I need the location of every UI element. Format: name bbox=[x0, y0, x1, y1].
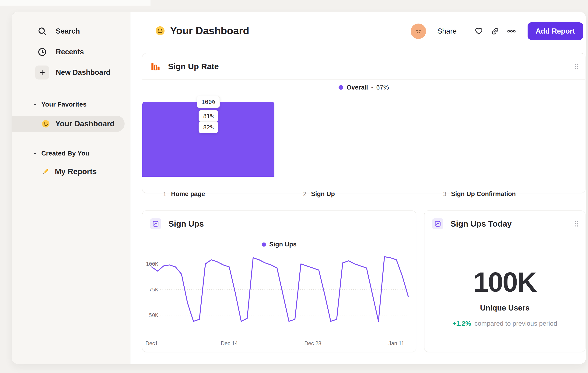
signup-rate-card: Sign Up Rate Overall • 67% 75%50%25%0% 1… bbox=[142, 53, 585, 193]
x-axis-tick: Dec1 bbox=[145, 340, 158, 347]
x-axis-tick: Dec 14 bbox=[221, 340, 238, 347]
sidebar: Search Recents New Dashboard Your Favori… bbox=[12, 12, 130, 364]
conversion-chip: 82% bbox=[199, 121, 218, 133]
step-name: Sign Up bbox=[311, 191, 335, 198]
card-title: Sign Up Rate bbox=[168, 62, 219, 71]
card-header: Sign Ups Today bbox=[424, 211, 585, 237]
line-chart-icon bbox=[434, 220, 441, 227]
delta-caption: compared to previous period bbox=[474, 320, 557, 327]
favorite-heart-button[interactable] bbox=[471, 27, 487, 36]
card-header: Sign Ups bbox=[142, 211, 416, 237]
page-title-group: Your Dashboard bbox=[155, 25, 249, 37]
line-chart-icon-tile bbox=[150, 218, 161, 229]
pencil-icon bbox=[41, 167, 50, 176]
link-icon bbox=[491, 27, 500, 36]
legend-dot bbox=[339, 85, 343, 90]
page-title: Your Dashboard bbox=[170, 25, 249, 37]
signups-line-chart bbox=[142, 253, 417, 351]
smiley-icon bbox=[41, 119, 50, 128]
step-number: 2 bbox=[303, 191, 306, 197]
signups-series-line bbox=[152, 257, 408, 321]
legend-separator: • bbox=[371, 84, 373, 91]
share-button[interactable]: Share bbox=[437, 27, 457, 35]
signups-today-card: Sign Ups Today 100K Unique Users +1.2% c… bbox=[424, 211, 585, 352]
sidebar-item-my-reports[interactable]: My Reports bbox=[12, 163, 125, 180]
step-number: 3 bbox=[443, 191, 446, 197]
legend-label: Sign Ups bbox=[269, 241, 297, 248]
drag-dots-icon bbox=[573, 220, 580, 228]
user-avatar[interactable] bbox=[411, 24, 426, 39]
delta-value: +1.2% bbox=[452, 320, 471, 327]
add-report-button[interactable]: Add Report bbox=[528, 22, 583, 40]
section-title: Your Favorites bbox=[41, 101, 87, 108]
more-options-button[interactable] bbox=[503, 27, 520, 36]
legend-label: Overall bbox=[346, 84, 368, 91]
sidebar-item-label: Search bbox=[56, 27, 80, 35]
dashboard-window: Search Recents New Dashboard Your Favori… bbox=[12, 12, 586, 364]
drag-handle[interactable] bbox=[573, 62, 580, 71]
sidebar-item-label: Recents bbox=[56, 48, 84, 56]
line-legend: Sign Ups bbox=[142, 237, 416, 252]
funnel-bar-fill bbox=[142, 127, 274, 177]
topbar-actions: Share Add Report bbox=[411, 22, 583, 40]
line-chart-icon bbox=[152, 220, 159, 227]
chevron-down-icon bbox=[32, 102, 38, 107]
step-number: 1 bbox=[163, 191, 166, 197]
sidebar-item-label: Your Dashboard bbox=[55, 119, 115, 128]
metric-label: Unique Users bbox=[424, 303, 585, 313]
metric-value: 100K bbox=[424, 266, 585, 298]
card-title: Sign Ups bbox=[168, 219, 204, 229]
plus-icon-tile bbox=[34, 66, 50, 80]
funnel-step-label: 2 Sign Up bbox=[303, 191, 335, 198]
signups-card: Sign Ups Sign Ups 100K75K50K Dec1Dec 14D… bbox=[142, 211, 416, 352]
clock-icon bbox=[34, 47, 50, 57]
ellipsis-icon bbox=[507, 27, 516, 36]
legend-value: 67% bbox=[376, 84, 389, 91]
sidebar-item-search[interactable]: Search bbox=[12, 23, 130, 40]
section-title: Created By You bbox=[41, 150, 89, 157]
funnel-step-label: 3 Sign Up Confirmation bbox=[443, 191, 516, 198]
smiley-icon bbox=[155, 25, 165, 36]
section-header-your-favorites[interactable]: Your Favorites bbox=[32, 100, 87, 109]
conversion-chip: 100% bbox=[197, 96, 220, 108]
legend-dot bbox=[262, 242, 266, 247]
window-artifact-strip bbox=[0, 0, 150, 6]
step-name: Home page bbox=[171, 191, 205, 198]
relieved-face-icon bbox=[414, 27, 423, 36]
sidebar-item-your-dashboard[interactable]: Your Dashboard bbox=[12, 116, 125, 132]
step-name: Sign Up Confirmation bbox=[451, 191, 516, 198]
x-axis-tick: Dec 28 bbox=[304, 340, 321, 347]
card-header: Sign Up Rate bbox=[142, 53, 585, 80]
section-header-created-by-you[interactable]: Created By You bbox=[32, 149, 89, 158]
heart-icon bbox=[474, 27, 483, 36]
card-title: Sign Ups Today bbox=[451, 219, 512, 229]
funnel-step-label: 1 Home page bbox=[163, 191, 205, 198]
drag-dots-icon bbox=[573, 62, 580, 71]
chevron-down-icon bbox=[32, 151, 38, 156]
funnel-legend: Overall • 67% bbox=[142, 81, 585, 94]
sidebar-item-label: My Reports bbox=[55, 167, 97, 176]
drag-handle[interactable] bbox=[573, 220, 580, 229]
copy-link-button[interactable] bbox=[487, 27, 503, 36]
search-icon bbox=[34, 26, 50, 36]
sidebar-item-new-dashboard[interactable]: New Dashboard bbox=[12, 64, 130, 81]
line-chart-icon-tile bbox=[432, 218, 443, 229]
x-axis-tick: Jan 11 bbox=[388, 340, 404, 347]
metric-delta-row: +1.2% compared to previous period bbox=[424, 320, 585, 327]
sidebar-item-recents[interactable]: Recents bbox=[12, 44, 130, 60]
sidebar-item-label: New Dashboard bbox=[56, 68, 110, 77]
conversion-chip: 81% bbox=[199, 110, 218, 122]
